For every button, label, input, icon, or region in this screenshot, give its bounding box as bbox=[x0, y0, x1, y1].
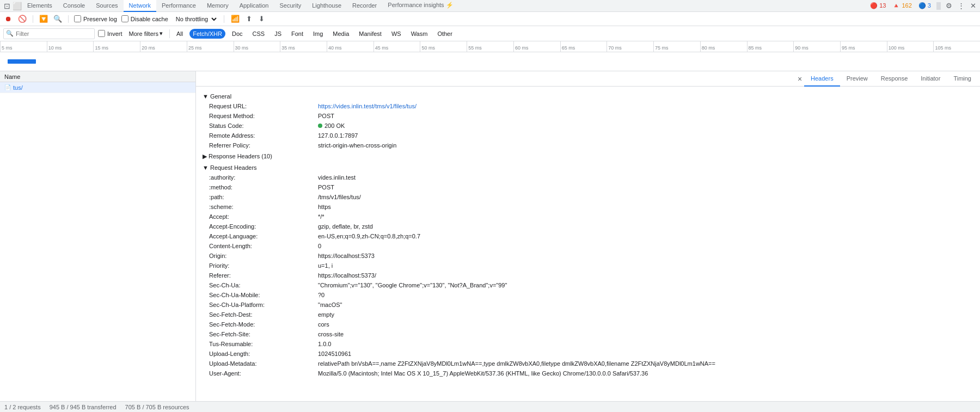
disable-cache-label[interactable]: Disable cache bbox=[121, 15, 168, 22]
kv-status-code: Status Code: 200 OK bbox=[196, 121, 980, 131]
filter-chip-ws[interactable]: WS bbox=[388, 29, 405, 39]
tab-elements[interactable]: Elements bbox=[22, 0, 58, 12]
kv-val-sec-ch-ua-mobile: ?0 bbox=[318, 292, 973, 298]
response-headers-section-header[interactable]: ▶ Response Headers (10) bbox=[196, 151, 980, 162]
right-panel: × Headers Preview Response Initiator Tim… bbox=[196, 71, 980, 412]
throttle-select[interactable]: No throttling bbox=[173, 15, 218, 23]
download-icon[interactable]: ⬇ bbox=[258, 14, 266, 24]
info-count[interactable]: 🔵 3 bbox=[916, 2, 933, 9]
detail-close-button[interactable]: × bbox=[795, 72, 804, 85]
tab-recorder[interactable]: Recorder bbox=[347, 0, 382, 12]
kv-val-request-url[interactable]: https://vides.inlin.test/tms/v1/files/tu… bbox=[318, 103, 973, 109]
kv-accept: Accept: */* bbox=[196, 212, 980, 222]
kv-key-method: Request Method: bbox=[209, 113, 318, 119]
filter-chip-doc[interactable]: Doc bbox=[229, 29, 246, 39]
filter-chip-fetch-xhr[interactable]: Fetch/XHR bbox=[189, 29, 225, 39]
kv-key-priority: Priority: bbox=[209, 262, 318, 269]
disable-cache-checkbox[interactable] bbox=[121, 15, 128, 22]
more-filters-button[interactable]: More filters ▾ bbox=[126, 29, 166, 38]
tab-application[interactable]: Application bbox=[234, 0, 274, 12]
tab-memory[interactable]: Memory bbox=[201, 0, 234, 12]
tab-sources[interactable]: Sources bbox=[90, 0, 123, 12]
invert-checkbox[interactable] bbox=[98, 30, 105, 37]
kv-key-remote: Remote Address: bbox=[209, 132, 318, 139]
warning-count[interactable]: 🔺 162 bbox=[890, 2, 914, 9]
kv-val-accept-language: en-US,en;q=0.9,zh-CN;q=0.8,zh;q=0.7 bbox=[318, 233, 973, 239]
kv-key-accept-language: Accept-Language: bbox=[209, 233, 318, 239]
request-name: tus/ bbox=[13, 84, 23, 91]
detail-tab-preview[interactable]: Preview bbox=[840, 71, 874, 87]
kv-key-upload-metadata: Upload-Metadata: bbox=[209, 360, 318, 367]
detail-content: ▼ General Request URL: https://vides.inl… bbox=[196, 87, 980, 412]
filter-bar: 🔍 Invert More filters ▾ All Fetch/XHR Do… bbox=[0, 26, 980, 41]
tab-console[interactable]: Console bbox=[58, 0, 90, 12]
tab-performance-insights[interactable]: Performance insights ⚡ bbox=[382, 0, 458, 12]
upload-icon[interactable]: ⬆ bbox=[245, 14, 253, 24]
kv-val-sec-ch-ua: "Chromium";v="130", "Google Chrome";v="1… bbox=[318, 282, 973, 288]
filter-chip-font[interactable]: Font bbox=[288, 29, 307, 39]
timeline-tick: 60 ms bbox=[513, 41, 560, 52]
devtools-status-icons: 🔴 13 🔺 162 🔵 3 ⚙ ⋮ ✕ bbox=[868, 1, 978, 11]
request-row-tus[interactable]: 📄 tus/ bbox=[0, 82, 195, 93]
kv-val-authority: vides.inlin.test bbox=[318, 174, 973, 181]
timeline-content bbox=[0, 52, 980, 71]
timeline-area[interactable]: 5 ms10 ms15 ms20 ms25 ms30 ms35 ms40 ms4… bbox=[0, 41, 980, 71]
filter-chip-img[interactable]: Img bbox=[310, 29, 326, 39]
devtools-icon-device[interactable]: ⬜ bbox=[12, 1, 22, 11]
kv-authority: :authority: vides.inlin.test bbox=[196, 173, 980, 183]
status-dot-green bbox=[318, 124, 322, 128]
close-devtools-icon[interactable]: ✕ bbox=[968, 1, 978, 11]
record-button[interactable]: ⏺ bbox=[3, 14, 13, 24]
kv-val-origin: https://localhost:5373 bbox=[318, 253, 973, 259]
kv-key-rh-method: :method: bbox=[209, 184, 318, 190]
kv-content-length: Content-Length: 0 bbox=[196, 242, 980, 251]
preserve-log-checkbox[interactable] bbox=[74, 15, 81, 22]
tab-lighthouse[interactable]: Lighthouse bbox=[307, 0, 347, 12]
kv-key-sec-fetch-mode: Sec-Fetch-Mode: bbox=[209, 321, 318, 328]
kv-key-tus-resumable: Tus-Resumable: bbox=[209, 341, 318, 347]
content-area: Name 📄 tus/ × Headers Preview Response I… bbox=[0, 71, 980, 412]
kv-key-sec-ch-ua-platform: Sec-Ch-Ua-Platform: bbox=[209, 302, 318, 308]
detail-tab-response[interactable]: Response bbox=[874, 71, 915, 87]
filter-chip-other[interactable]: Other bbox=[434, 29, 456, 39]
filter-icon[interactable]: 🔽 bbox=[39, 14, 48, 24]
kv-path: :path: /tms/v1/files/tus/ bbox=[196, 193, 980, 202]
general-section-header[interactable]: ▼ General bbox=[196, 91, 980, 102]
transferred-size: 945 B / 945 B transferred bbox=[50, 404, 117, 410]
detail-tab-headers[interactable]: Headers bbox=[804, 71, 840, 87]
kv-scheme: :scheme: https bbox=[196, 202, 980, 212]
detail-tab-initiator[interactable]: Initiator bbox=[914, 71, 947, 87]
filter-search-icon: 🔍 bbox=[6, 30, 14, 37]
filter-chip-wasm[interactable]: Wasm bbox=[408, 29, 431, 39]
network-toolbar: ⏺ 🚫 🔽 🔍 Preserve log Disable cache No th… bbox=[0, 12, 980, 26]
tab-network[interactable]: Network bbox=[124, 0, 156, 12]
filter-chip-media[interactable]: Media bbox=[329, 29, 352, 39]
request-headers-section-header[interactable]: ▼ Request Headers bbox=[196, 162, 980, 173]
settings-icon[interactable]: ⚙ bbox=[944, 1, 954, 11]
sep2 bbox=[68, 15, 69, 23]
timeline-tick: 105 ms bbox=[933, 41, 980, 52]
filter-input-wrap[interactable]: 🔍 bbox=[3, 28, 95, 39]
filter-chip-all[interactable]: All bbox=[173, 29, 186, 39]
clear-button[interactable]: 🚫 bbox=[17, 14, 27, 24]
wifi-icon[interactable]: 📶 bbox=[230, 14, 241, 24]
kv-request-method: Request Method: POST bbox=[196, 112, 980, 121]
filter-chip-manifest[interactable]: Manifest bbox=[356, 29, 385, 39]
search-icon[interactable]: 🔍 bbox=[53, 14, 63, 24]
tab-performance[interactable]: Performance bbox=[156, 0, 201, 12]
kv-accept-language: Accept-Language: en-US,en;q=0.9,zh-CN;q=… bbox=[196, 232, 980, 242]
detail-tab-timing[interactable]: Timing bbox=[947, 71, 978, 87]
search-input[interactable] bbox=[16, 30, 92, 37]
kv-val-referer: https://localhost:5373/ bbox=[318, 272, 973, 279]
preserve-log-label[interactable]: Preserve log bbox=[74, 15, 117, 22]
more-options-icon[interactable]: ⋮ bbox=[956, 1, 966, 11]
invert-label[interactable]: Invert bbox=[98, 30, 122, 37]
error-count[interactable]: 🔴 13 bbox=[868, 2, 888, 9]
kv-key-path: :path: bbox=[209, 194, 318, 200]
timeline-tick: 20 ms bbox=[140, 41, 187, 52]
timeline-tick: 5 ms bbox=[0, 41, 47, 52]
filter-chip-js[interactable]: JS bbox=[271, 29, 285, 39]
filter-chip-css[interactable]: CSS bbox=[249, 29, 268, 39]
tab-security[interactable]: Security bbox=[274, 0, 307, 12]
devtools-icon-cursor[interactable]: ⊡ bbox=[2, 1, 12, 11]
